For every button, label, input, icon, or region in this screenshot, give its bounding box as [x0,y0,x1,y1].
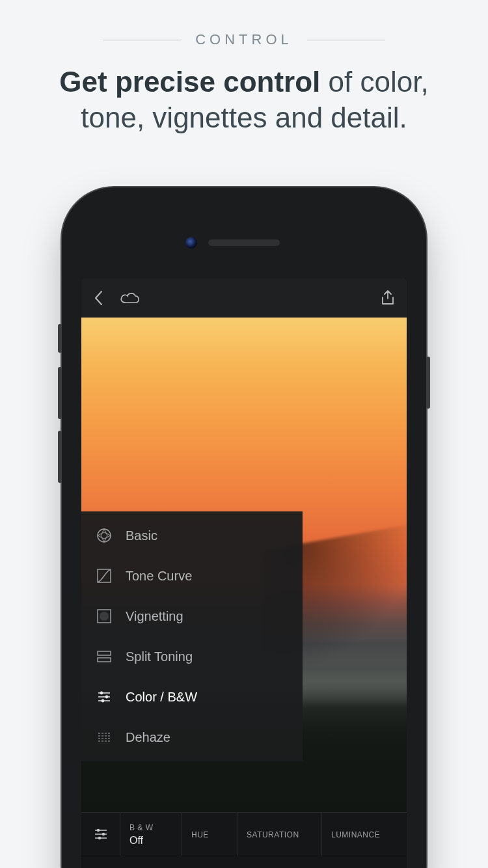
param-cell-hue[interactable]: HUE [182,813,237,856]
svg-point-0 [98,529,111,542]
eyebrow-rule-left [103,40,181,40]
svg-point-7 [105,696,109,699]
sliders-icon [96,688,113,705]
cloud-icon[interactable] [119,291,141,305]
param-label: SATURATION [247,830,312,839]
eyebrow-row: CONTROL [0,31,488,48]
earpiece [208,239,280,246]
svg-point-11 [98,837,100,839]
svg-point-6 [100,692,103,695]
tone-curve-icon [96,567,113,584]
param-label: HUE [191,830,228,839]
svg-point-3 [100,612,109,621]
param-label: LUMINANCE [331,830,391,839]
eyebrow: CONTROL [195,31,293,48]
power-button [426,357,430,409]
menu-item-color-bw[interactable]: Color / B&W [81,677,303,717]
kebab-menu[interactable] [81,856,116,868]
menu-item-split-toning[interactable]: Split Toning [81,636,303,677]
param-label: B & W [129,823,172,832]
menu-item-dehaze[interactable]: Dehaze [81,717,303,757]
mute-switch [58,324,62,353]
headline-bold: Get precise control [59,66,320,98]
top-bar [81,278,407,318]
photo-preview[interactable]: Basic Tone Curve Vignetting [81,318,407,812]
menu-item-label: Split Toning [126,649,193,664]
menu-item-label: Dehaze [126,730,170,745]
menu-item-basic[interactable]: Basic [81,515,303,556]
param-cell-bw[interactable]: B & W Off [120,813,182,856]
svg-rect-4 [98,651,111,655]
svg-point-10 [102,833,104,835]
menu-item-label: Basic [126,528,157,543]
volume-down [58,431,62,483]
phone-frame: Basic Tone Curve Vignetting [62,187,426,868]
aperture-icon [96,527,113,544]
headline: Get precise control of color, tone, vign… [0,64,488,135]
dehaze-icon [96,729,113,746]
front-camera [185,237,197,249]
svg-point-8 [102,699,105,703]
vignette-icon [96,608,113,625]
menu-item-label: Color / B&W [126,690,197,705]
param-value: Off [129,835,172,847]
param-cell-luminance[interactable]: LUMINANCE [322,813,400,856]
volume-up [58,367,62,419]
param-cell-saturation[interactable]: SATURATION [237,813,322,856]
app-screen: Basic Tone Curve Vignetting [81,278,407,868]
svg-rect-5 [98,658,111,662]
menu-item-label: Vignetting [126,609,183,624]
share-button[interactable] [381,290,395,306]
eyebrow-rule-right [307,40,385,40]
menu-item-tone-curve[interactable]: Tone Curve [81,556,303,596]
menu-item-vignetting[interactable]: Vignetting [81,596,303,636]
split-toning-icon [96,648,113,665]
back-button[interactable] [93,290,105,306]
promo-header: CONTROL Get precise control of color, to… [0,0,488,135]
adjust-menu: Basic Tone Curve Vignetting [81,511,303,761]
param-bar: B & W Off HUE SATURATION LUMINANCE [81,812,407,856]
svg-point-9 [96,829,99,832]
menu-item-label: Tone Curve [126,569,192,584]
param-lead[interactable] [81,813,120,856]
bottom-nav: Crop Presets Adjust [81,856,407,868]
